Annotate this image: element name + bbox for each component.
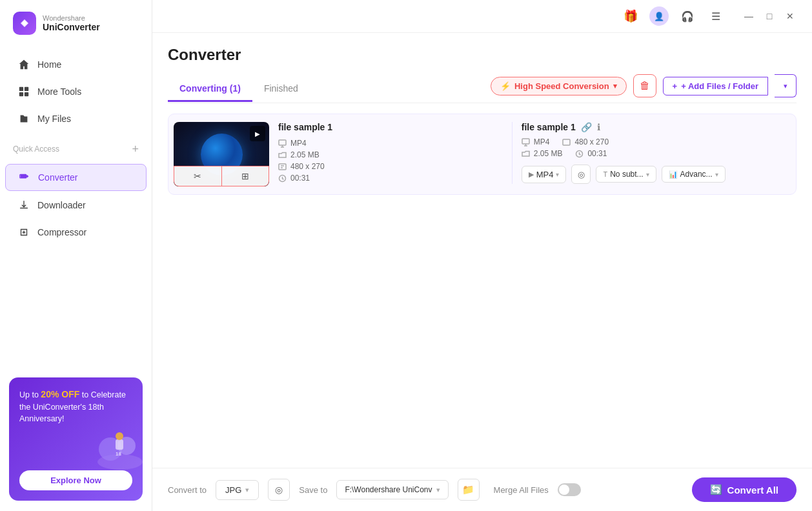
output-duration: 00:31	[587, 149, 607, 158]
gift-icon[interactable]: 🎁	[621, 6, 640, 26]
tabs: Converting (1) Finished	[168, 76, 310, 101]
svg-rect-1	[19, 87, 23, 91]
file-item: ▶ ✂ ⊞ file sample 1	[168, 114, 797, 195]
maximize-button[interactable]: □	[760, 7, 778, 25]
bottom-target-button[interactable]: ◎	[268, 479, 290, 501]
promo-art: 18	[91, 423, 143, 475]
crop-button[interactable]: ⊞	[221, 166, 269, 186]
close-button[interactable]: ✕	[781, 7, 799, 25]
thumbnail-actions: ✂ ⊞	[174, 166, 269, 186]
main-content: 🎁 👤 🎧 ☰ — □ ✕ Converter Converting (1) F…	[152, 0, 812, 511]
convert-all-button[interactable]: 🔄 Convert All	[692, 477, 797, 502]
svg-point-0	[23, 21, 26, 25]
bolt-icon: ⚡	[500, 81, 511, 91]
output-format: MP4	[534, 137, 550, 146]
source-resolution: 480 x 270	[290, 162, 325, 171]
format-chevron: ▾	[556, 171, 559, 178]
output-size: 2.05 MB	[534, 149, 563, 158]
crop-icon: ⊞	[241, 171, 249, 181]
delete-button[interactable]: 🗑	[633, 74, 656, 97]
svg-text:18: 18	[116, 451, 121, 457]
file-thumbnail: ▶ ✂ ⊞	[174, 122, 269, 186]
sidebar-nav: Home More Tools My Files	[0, 46, 152, 137]
convert-format-select[interactable]: JPG ▾	[216, 480, 259, 500]
output-target-button[interactable]: ◎	[571, 165, 591, 184]
sidebar-label-home: Home	[37, 59, 61, 70]
subtitle-select[interactable]: T No subt... ▾	[596, 166, 656, 183]
sidebar: Wondershare UniConverter Home More Tools…	[0, 0, 152, 511]
quick-access-add[interactable]: +	[132, 143, 139, 155]
minimize-button[interactable]: —	[740, 7, 758, 25]
monitor-icon	[278, 139, 287, 148]
output-size-row: 2.05 MB 00:31	[522, 149, 791, 158]
sidebar-item-compressor[interactable]: Compressor	[5, 219, 147, 245]
topbar: 🎁 👤 🎧 ☰ — □ ✕	[152, 0, 812, 33]
file-list: ▶ ✂ ⊞ file sample 1	[168, 103, 797, 468]
source-meta: MP4 2.05 MB 480 x 270 00:31	[278, 139, 503, 183]
source-res-row: 480 x 270	[278, 162, 503, 171]
headphones-icon[interactable]: 🎧	[678, 6, 697, 26]
advanced-select[interactable]: 📊 Advanc... ▾	[662, 166, 726, 183]
menu-icon[interactable]: ☰	[706, 6, 726, 26]
add-files-dropdown[interactable]: ▾	[775, 74, 797, 97]
source-filename: file sample 1	[278, 122, 503, 132]
svg-rect-2	[25, 87, 28, 91]
grid-icon	[18, 86, 30, 97]
quick-access-header: Quick Access +	[0, 137, 152, 159]
svg-rect-13	[279, 164, 286, 170]
output-format-row: MP4 480 x 270	[522, 137, 791, 146]
folder-open-button[interactable]: 📁	[458, 479, 480, 501]
quick-access-nav: Converter Downloader Compressor	[0, 159, 152, 250]
merge-toggle[interactable]	[558, 483, 581, 496]
chevron-down-icon-add: ▾	[784, 82, 787, 90]
output-header: file sample 1 🔗 ℹ	[522, 122, 791, 132]
convert-format-value: JPG	[225, 485, 241, 495]
source-info: file sample 1 MP4 2.05 MB 480 x 270	[278, 122, 503, 183]
promo-text: Up to 20% OFF to Celebrate the UniConver…	[19, 388, 132, 426]
output-meta: MP4 480 x 270 2.05 MB 00:31	[522, 137, 791, 158]
sidebar-item-more-tools[interactable]: More Tools	[5, 79, 147, 105]
convert-all-label: Convert All	[727, 485, 778, 496]
svg-rect-3	[19, 92, 23, 96]
output-controls: ▶ MP4 ▾ ◎ T No subt... ▾	[522, 165, 791, 184]
output-resolution: 480 x 270	[574, 137, 609, 146]
promo-card: Up to 20% OFF to Celebrate the UniConver…	[9, 377, 143, 501]
svg-rect-4	[25, 92, 28, 96]
trash-icon: 🗑	[640, 80, 650, 92]
clock-icon-out	[575, 150, 584, 158]
subtitle-chevron: ▾	[646, 171, 649, 178]
resolution-icon-out	[562, 138, 571, 146]
save-path-select[interactable]: F:\Wondershare UniConv ▾	[336, 480, 448, 499]
high-speed-button[interactable]: ⚡ High Speed Conversion ▾	[491, 77, 627, 95]
tab-finished[interactable]: Finished	[252, 77, 310, 102]
sidebar-item-home[interactable]: Home	[5, 52, 147, 77]
explore-now-button[interactable]: Explore Now	[19, 470, 132, 490]
clock-icon-source	[278, 174, 287, 183]
sidebar-label-downloader: Downloader	[37, 200, 86, 210]
sidebar-label-my-files: My Files	[37, 114, 71, 124]
trim-button[interactable]: ✂	[174, 166, 221, 186]
svg-rect-9	[116, 439, 123, 450]
save-path-value: F:\Wondershare UniConv	[345, 485, 432, 494]
sidebar-label-converter: Converter	[38, 172, 77, 183]
target-icon: ◎	[578, 170, 585, 179]
converter-icon	[19, 172, 30, 183]
save-to-label: Save to	[299, 485, 327, 495]
user-avatar[interactable]: 👤	[649, 6, 669, 26]
sidebar-item-converter[interactable]: Converter	[5, 164, 147, 191]
bars-icon: 📊	[669, 170, 678, 179]
advanced-label: Advanc...	[680, 170, 713, 179]
sidebar-item-my-files[interactable]: My Files	[5, 106, 147, 132]
add-files-button[interactable]: + + Add Files / Folder	[663, 77, 768, 95]
info-icon[interactable]: ℹ	[597, 122, 600, 132]
source-duration: 00:31	[290, 174, 310, 183]
add-files-label: + Add Files / Folder	[681, 81, 758, 91]
video-format-icon: ▶	[529, 170, 534, 179]
source-format: MP4	[290, 139, 307, 148]
format-select[interactable]: ▶ MP4 ▾	[522, 166, 567, 183]
tab-converting[interactable]: Converting (1)	[168, 77, 252, 102]
sidebar-logo: Wondershare UniConverter	[0, 0, 152, 46]
edit-link-icon[interactable]: 🔗	[581, 122, 592, 132]
sidebar-item-downloader[interactable]: Downloader	[5, 192, 147, 218]
window-controls: — □ ✕	[740, 7, 799, 25]
